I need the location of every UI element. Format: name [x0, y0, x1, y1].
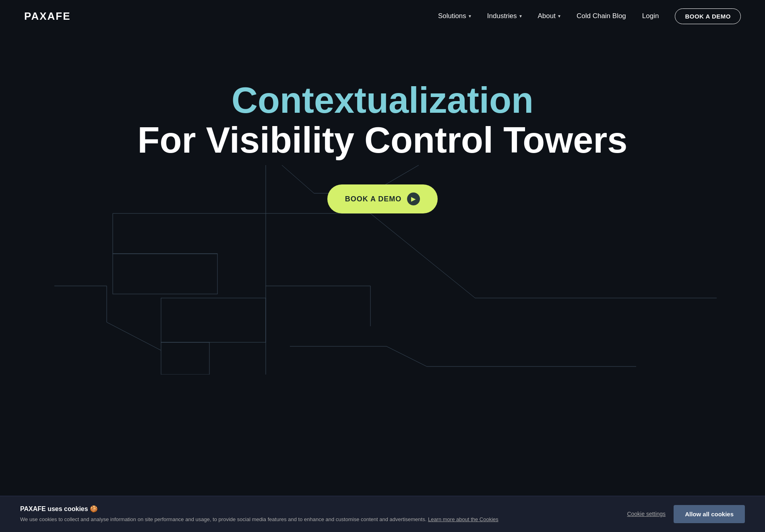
hero-title-line1: Contextualization — [138, 81, 628, 120]
allow-cookies-button[interactable]: Allow all cookies — [674, 505, 745, 523]
hero-title: Contextualization For Visibility Control… — [138, 81, 628, 160]
cookie-content: PAXAFE uses cookies 🍪 We use cookies to … — [20, 505, 611, 523]
cookie-title: PAXAFE uses cookies 🍪 — [20, 505, 611, 513]
hero-cta: BOOK A DEMO ▶ — [327, 184, 438, 213]
cookie-body: We use cookies to collect and analyse in… — [20, 516, 611, 523]
hero-title-line2: For Visibility Control Towers — [138, 120, 628, 160]
book-demo-label: BOOK A DEMO — [345, 195, 402, 203]
svg-rect-5 — [113, 254, 217, 294]
cookie-learn-more-link[interactable]: Learn more about the Cookies — [428, 516, 498, 522]
chevron-down-icon: ▾ — [558, 13, 560, 19]
book-demo-button[interactable]: BOOK A DEMO ▶ — [327, 184, 438, 213]
cookie-banner: PAXAFE uses cookies 🍪 We use cookies to … — [0, 496, 765, 532]
cookie-settings-button[interactable]: Cookie settings — [627, 511, 666, 517]
navbar: PAXAFE Solutions ▾ Industries ▾ About ▾ … — [0, 0, 765, 32]
svg-rect-6 — [161, 298, 266, 342]
chevron-down-icon: ▾ — [519, 13, 522, 19]
nav-item-about[interactable]: About ▾ — [538, 12, 560, 20]
logo[interactable]: PAXAFE — [24, 10, 71, 23]
nav-item-login[interactable]: Login — [642, 12, 659, 20]
svg-line-13 — [370, 213, 475, 298]
svg-rect-7 — [161, 342, 209, 375]
nav-item-solutions[interactable]: Solutions ▾ — [438, 12, 471, 20]
nav-links: Solutions ▾ Industries ▾ About ▾ Cold Ch… — [438, 8, 741, 24]
cookie-actions: Cookie settings Allow all cookies — [627, 505, 745, 523]
svg-line-8 — [107, 322, 161, 350]
hero-section: Contextualization For Visibility Control… — [0, 32, 765, 362]
svg-line-18 — [387, 346, 427, 366]
nav-item-industries[interactable]: Industries ▾ — [487, 12, 522, 20]
nav-item-cold-chain-blog[interactable]: Cold Chain Blog — [577, 12, 626, 20]
svg-line-21 — [282, 165, 314, 193]
nav-book-demo-button[interactable]: BOOK A DEMO — [675, 8, 741, 24]
chevron-down-icon: ▾ — [469, 13, 471, 19]
arrow-right-icon: ▶ — [407, 193, 420, 205]
